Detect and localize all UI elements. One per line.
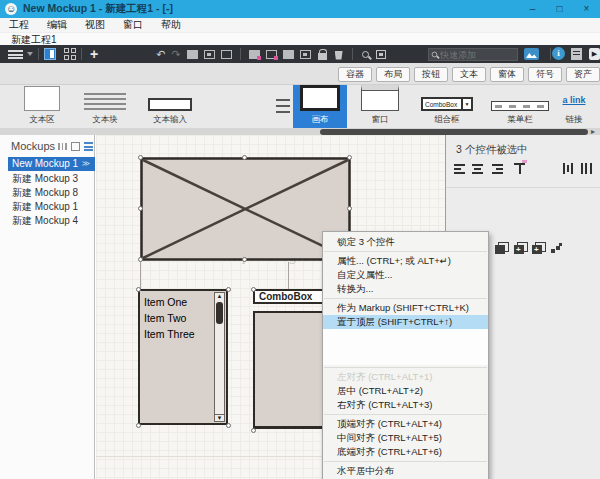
selection-handle[interactable] bbox=[242, 257, 247, 262]
menu-item-properties[interactable]: 属性... (CTRL+; 或 ALT+↵) bbox=[323, 254, 488, 268]
sidebar-item-mockup-1[interactable]: New Mockup 1 ≫ bbox=[8, 157, 95, 171]
menu-help[interactable]: 帮助 bbox=[152, 18, 190, 32]
list-widget[interactable]: Item One Item Two Item Three ▲ ▼ bbox=[138, 289, 228, 425]
selection-handle[interactable] bbox=[138, 206, 143, 211]
selection-handle[interactable] bbox=[226, 423, 231, 428]
menu-item-align-middle[interactable]: 中间对齐 (CTRL+ALT+5) bbox=[323, 431, 488, 445]
delete-icon[interactable] bbox=[335, 51, 343, 60]
duplicate-icon[interactable] bbox=[187, 50, 198, 59]
sidebar-item-mockup-3[interactable]: 新建 Mockup 3 bbox=[8, 172, 95, 186]
image-widget[interactable] bbox=[140, 157, 351, 261]
menu-project[interactable]: 工程 bbox=[0, 18, 38, 32]
sidebar-menu-icon[interactable] bbox=[84, 142, 93, 151]
menu-item-align-right[interactable]: 右对齐 (CTRL+ALT+3) bbox=[323, 398, 488, 412]
mockup-name: 新建 Mockup 3 bbox=[12, 173, 78, 184]
tab-layout[interactable]: 布局 bbox=[376, 67, 410, 82]
selection-handle[interactable] bbox=[347, 206, 352, 211]
palette-scrollbar[interactable]: ▸ bbox=[0, 128, 600, 135]
undo-icon[interactable]: ↶ bbox=[156, 49, 165, 60]
sidebar-item-mockup-8[interactable]: 新建 Mockup 8 bbox=[8, 186, 95, 200]
combobox-thumbnail: ComboBox ▼ bbox=[421, 97, 473, 111]
palette-item-textinput[interactable]: 文本输入 bbox=[138, 85, 202, 128]
link-thumbnail: a link bbox=[562, 95, 585, 105]
project-assets-icon[interactable] bbox=[524, 48, 539, 60]
tab-symbols[interactable]: 符号 bbox=[528, 67, 562, 82]
window-thumbnail bbox=[361, 85, 399, 111]
selection-handle[interactable] bbox=[251, 287, 256, 292]
menu-item-distribute-horizontally[interactable]: 水平居中分布 bbox=[323, 464, 488, 478]
zoom-to-fit-icon[interactable] bbox=[376, 50, 386, 59]
menu-item-align-center[interactable]: 居中 (CTRL+ALT+2) bbox=[323, 384, 488, 398]
selection-handle[interactable] bbox=[138, 155, 143, 160]
ungroup-icon[interactable] bbox=[266, 50, 277, 59]
menu-item-align-top[interactable]: 顶端对齐 (CTRL+ALT+4) bbox=[323, 417, 488, 431]
info-icon[interactable]: i bbox=[552, 47, 565, 60]
distribute-horizontal-icon[interactable] bbox=[562, 163, 575, 175]
selection-handle[interactable] bbox=[242, 155, 247, 160]
lock-icon[interactable] bbox=[318, 53, 327, 60]
minimize-button[interactable]: – bbox=[519, 0, 546, 18]
align-center-icon[interactable] bbox=[472, 163, 485, 175]
menu-view[interactable]: 视图 bbox=[76, 18, 114, 32]
menu-icon[interactable] bbox=[8, 50, 23, 59]
arrange-icon[interactable] bbox=[300, 50, 311, 59]
palette-scrollbar-thumb[interactable] bbox=[320, 129, 588, 135]
bring-forward-icon[interactable] bbox=[495, 245, 505, 254]
list-item: Item Two bbox=[144, 310, 195, 326]
thumbnails-toggle-icon[interactable] bbox=[71, 142, 80, 151]
zoom-icon[interactable] bbox=[362, 51, 369, 58]
selection-handle[interactable] bbox=[251, 428, 256, 433]
group-plus-icon[interactable]: + bbox=[514, 245, 524, 254]
palette-item-canvas[interactable]: 画布 bbox=[293, 85, 347, 128]
menu-item-align-left[interactable]: 左对齐 (CTRL+ALT+1) bbox=[323, 370, 488, 384]
selection-handle[interactable] bbox=[226, 287, 231, 292]
add-mockup-icon[interactable]: + bbox=[90, 47, 98, 61]
selection-handle[interactable] bbox=[347, 155, 352, 160]
tab-forms[interactable]: 窗体 bbox=[490, 67, 524, 82]
menu-window[interactable]: 窗口 bbox=[114, 18, 152, 32]
group-icon[interactable] bbox=[249, 50, 260, 59]
mockups-filter-icon[interactable] bbox=[58, 143, 67, 150]
paste-icon[interactable] bbox=[221, 50, 232, 59]
align-top-icon[interactable] bbox=[514, 163, 526, 175]
align-left-icon[interactable] bbox=[454, 163, 467, 175]
sidebar-item-mockup-4[interactable]: 新建 Mockup 4 bbox=[8, 214, 95, 228]
tab-buttons[interactable]: 按钮 bbox=[414, 67, 448, 82]
menu-item-align-bottom[interactable]: 底端对齐 (CTRL+ALT+6) bbox=[323, 445, 488, 459]
palette-item-menubar[interactable]: 菜单栏 bbox=[487, 85, 553, 128]
palette-item-link[interactable]: a link 链接 bbox=[552, 85, 596, 128]
selection-handle[interactable] bbox=[136, 287, 141, 292]
close-button[interactable]: × bbox=[573, 0, 600, 18]
redo-icon[interactable]: ↷ bbox=[171, 49, 180, 60]
maximize-button[interactable]: □ bbox=[546, 0, 573, 18]
ungroup-icon[interactable] bbox=[551, 244, 563, 254]
menu-item-bring-to-front[interactable]: 置于顶层 (SHIFT+CTRL+↑) bbox=[323, 315, 488, 329]
presentation-icon[interactable]: ▶ bbox=[589, 48, 600, 60]
chevron-down-icon[interactable] bbox=[27, 52, 33, 56]
menu-item-as-markup[interactable]: 作为 Markup (SHIFT+CTRL+K) bbox=[323, 301, 488, 315]
selection-handle[interactable] bbox=[136, 423, 141, 428]
grid-view-icon[interactable] bbox=[64, 48, 76, 60]
tab-assets[interactable]: 资产 bbox=[566, 67, 600, 82]
toolbar-divider bbox=[352, 48, 353, 60]
menu-item-convert[interactable]: 转换为... bbox=[323, 282, 488, 296]
notes-icon[interactable] bbox=[571, 48, 582, 60]
single-view-icon[interactable] bbox=[44, 48, 56, 60]
align-right-icon[interactable] bbox=[490, 163, 503, 175]
palette-item-combobox[interactable]: ComboBox ▼ 组合框 bbox=[415, 85, 479, 128]
palette-item-textblock[interactable]: 文本块 bbox=[75, 85, 135, 128]
sidebar-item-mockup-1b[interactable]: 新建 Mockup 1 bbox=[8, 200, 95, 214]
add-to-group-icon[interactable]: + bbox=[532, 245, 542, 254]
palette-item-window[interactable]: 窗口 bbox=[352, 85, 408, 128]
tab-containers[interactable]: 容器 bbox=[338, 67, 372, 82]
menu-item-lock[interactable]: 锁定 3 个控件 bbox=[323, 235, 488, 249]
palette-item-textarea[interactable]: 文本区 bbox=[12, 85, 72, 128]
quick-add-search[interactable] bbox=[428, 48, 518, 61]
copy-icon[interactable] bbox=[204, 50, 215, 59]
layers-icon[interactable] bbox=[283, 50, 294, 59]
menu-edit[interactable]: 编辑 bbox=[38, 18, 76, 32]
tab-text[interactable]: 文本 bbox=[452, 67, 486, 82]
menu-item-custom-properties[interactable]: 自定义属性... bbox=[323, 268, 488, 282]
distribute-vertical-icon[interactable] bbox=[580, 163, 593, 175]
quick-add-input[interactable] bbox=[440, 50, 506, 60]
